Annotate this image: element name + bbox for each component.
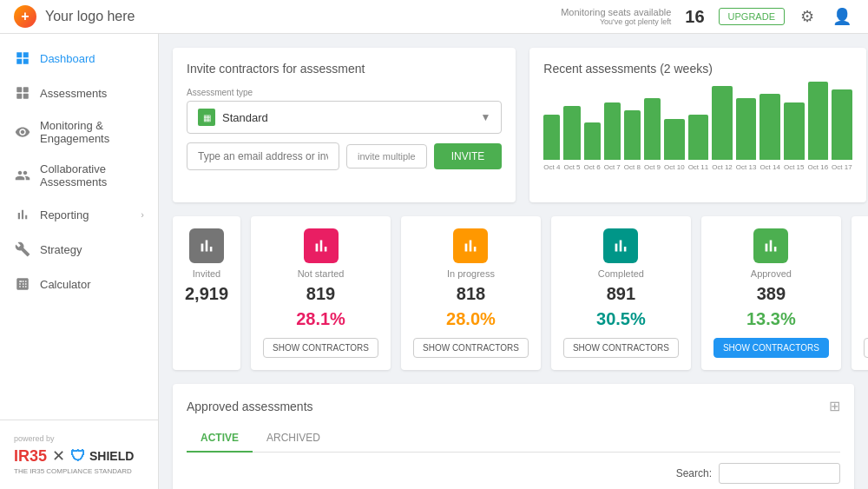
stat-label: In progress [447, 268, 495, 279]
invite-card: Invite contractors for assessment Assess… [173, 48, 516, 202]
bar-label: Oct 12 [712, 163, 733, 171]
bar [664, 119, 685, 160]
grid-view-icon[interactable]: ⊞ [829, 398, 840, 414]
stat-icon [304, 228, 339, 263]
search-label: Search: [676, 467, 712, 479]
dashboard-icon [14, 50, 31, 67]
stat-label: Invited [193, 268, 220, 279]
show-contractors-button[interactable]: SHOW CONTRACTORS [263, 338, 378, 358]
main-content: Invite contractors for assessment Assess… [159, 34, 868, 489]
sidebar-item-monitoring[interactable]: Monitoring & Engagements [0, 110, 158, 154]
logo-area: + Your logo here [14, 5, 135, 28]
bar-label: Oct 5 [563, 163, 580, 171]
sidebar-item-label: Dashboard [40, 52, 95, 65]
bar-label: Oct 6 [584, 163, 601, 171]
chevron-down-icon: ▼ [480, 111, 490, 123]
stat-card-0: Invited2,919 [173, 216, 240, 370]
sidebar-item-dashboard[interactable]: Dashboard [0, 41, 158, 76]
bar-label: Oct 9 [644, 163, 661, 171]
sidebar-item-strategy[interactable]: Strategy [0, 232, 158, 267]
sidebar-item-label: Collaborative Assessments [40, 162, 144, 188]
calculator-icon [14, 275, 31, 293]
bar-label: Oct 13 [736, 163, 757, 171]
chevron-right-icon: › [141, 209, 144, 220]
bar [784, 102, 805, 160]
bar-group: Oct 12 [712, 86, 733, 171]
invite-multiple-button[interactable]: invite multiple [346, 144, 427, 169]
stat-icon [753, 228, 788, 263]
show-contractors-button[interactable]: SHOW CONTRACTORS [713, 338, 829, 358]
tab-archived[interactable]: ARCHIVED [253, 425, 334, 453]
stats-row: Invited2,919Not started81928.1%SHOW CONT… [173, 216, 854, 370]
stat-card-1: Not started81928.1%SHOW CONTRACTORS [251, 216, 391, 370]
collaborative-icon [14, 167, 31, 184]
invite-input-row: invite multiple INVITE [187, 142, 502, 170]
svg-rect-0 [16, 52, 22, 57]
sidebar-item-collaborative[interactable]: Collaborative Assessments [0, 154, 158, 197]
stat-percent: 28.0% [446, 309, 496, 329]
app-header: + Your logo here Monitoring seats availa… [0, 0, 868, 34]
stat-label: Completed [598, 268, 644, 279]
svg-rect-2 [16, 59, 22, 64]
stat-percent: 28.1% [296, 309, 345, 329]
recent-title: Recent assessments (2 weeks) [543, 62, 852, 76]
settings-icon[interactable]: ⚙ [795, 4, 819, 29]
stat-card-4: Approved38913.3%SHOW CONTRACTORS [701, 216, 841, 370]
shield-icon-sidebar: 🛡 [70, 447, 86, 466]
bar-group: Oct 4 [543, 115, 560, 171]
invite-button[interactable]: INVITE [434, 143, 503, 169]
bar [712, 86, 733, 160]
svg-rect-4 [16, 87, 22, 92]
invite-email-input[interactable] [187, 142, 339, 170]
stat-label: Not started [298, 268, 345, 279]
user-icon[interactable]: 👤 [830, 4, 854, 29]
sidebar-footer: powered by IR35 ✕ 🛡 SHIELD THE IR35 COMP… [0, 420, 158, 489]
show-contractors-button[interactable]: SHOW CONTRACTORS [563, 338, 679, 358]
sidebar-item-label: Monitoring & Engagements [40, 119, 144, 145]
upgrade-button[interactable]: UPGRADE [719, 8, 785, 25]
bar-chart: Oct 4Oct 5Oct 6Oct 7Oct 8Oct 9Oct 10Oct … [543, 84, 852, 188]
logo-text: Your logo here [45, 9, 135, 24]
stat-percent: 30.5% [596, 309, 646, 329]
tab-active[interactable]: ACTIVE [187, 425, 253, 453]
bar-group: Oct 6 [584, 122, 601, 171]
bar-group: Oct 11 [688, 115, 709, 171]
assessment-type-dropdown[interactable]: ▦ Standard ▼ [187, 101, 502, 134]
sidebar-item-assessments[interactable]: Assessments [0, 76, 158, 110]
bar-group: Oct 14 [760, 94, 780, 171]
bar-label: Oct 15 [784, 163, 805, 171]
header-right: Monitoring seats available You've got pl… [561, 4, 854, 29]
sidebar-item-reporting[interactable]: Reporting › [0, 197, 158, 232]
stat-icon [603, 228, 638, 263]
bar-label: Oct 14 [760, 163, 780, 171]
show-contractors-button[interactable]: SHOW CONTRACTORS [864, 338, 868, 358]
bar-group: Oct 8 [624, 110, 641, 171]
approved-title: Approved assessments [187, 400, 313, 413]
logo-icon: + [14, 5, 36, 28]
stat-icon [189, 228, 224, 263]
stat-value: 2,919 [185, 284, 228, 304]
assessments-icon [14, 84, 31, 102]
powered-by-text: powered by [14, 434, 144, 443]
main-layout: Dashboard Assessments Monitoring & Engag… [0, 34, 868, 489]
top-row: Invite contractors for assessment Assess… [173, 48, 854, 202]
search-input[interactable] [719, 463, 840, 484]
bar [736, 98, 757, 160]
bar-label: Oct 4 [543, 163, 560, 171]
monitoring-seats: Monitoring seats available You've got pl… [561, 7, 671, 26]
stat-label: Approved [751, 268, 792, 279]
sidebar-item-label: Strategy [40, 243, 82, 256]
show-contractors-button[interactable]: SHOW CONTRACTORS [413, 338, 529, 358]
stat-card-3: Completed89130.5%SHOW CONTRACTORS [551, 216, 691, 370]
ir35-brand: IR35 [14, 447, 47, 466]
sidebar-item-calculator[interactable]: Calculator [0, 267, 158, 301]
bar [760, 94, 780, 160]
bar-label: Oct 10 [664, 163, 685, 171]
dropdown-value: Standard [222, 111, 473, 124]
bar-group: Oct 15 [784, 102, 805, 171]
stat-percent: 13.3% [746, 309, 796, 329]
bar-group: Oct 16 [808, 82, 829, 171]
sidebar: Dashboard Assessments Monitoring & Engag… [0, 34, 159, 489]
stat-icon [453, 228, 488, 263]
bar-label: Oct 11 [688, 163, 709, 171]
